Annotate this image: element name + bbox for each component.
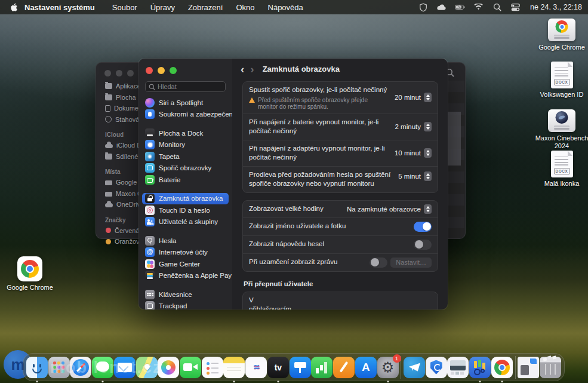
sidebar-item-trackpad[interactable]: Trackpad xyxy=(142,301,229,310)
launchpad-icon[interactable] xyxy=(48,357,70,378)
password-hints-toggle[interactable] xyxy=(414,240,432,250)
system-settings-icon[interactable]: 1 xyxy=(377,357,399,378)
finder-window-controls[interactable] xyxy=(104,70,134,76)
safari-icon[interactable] xyxy=(70,357,91,378)
app-store-icon[interactable] xyxy=(355,357,377,378)
photo-viewer-icon[interactable] xyxy=(447,357,469,378)
finder-item-maxon-disk[interactable]: Maxon Cine xyxy=(96,188,141,200)
menu-help[interactable]: Nápověda xyxy=(268,3,303,12)
forward-icon[interactable]: › xyxy=(250,63,254,75)
finder-close-button[interactable] xyxy=(104,70,111,76)
window-controls[interactable] xyxy=(138,65,232,74)
menubar-clock[interactable]: ne 24. 3., 22:18 xyxy=(530,3,582,11)
numbers-icon[interactable] xyxy=(311,357,333,378)
finder-item-icloud-drive[interactable]: iCloud Drive xyxy=(96,140,141,151)
sidebar-item-passwords[interactable]: Hesla xyxy=(142,235,229,247)
finder-list-selection xyxy=(447,112,461,166)
desktop-icon-google-chrome-app[interactable]: Google Chrome xyxy=(2,256,57,292)
lock-message-toggle[interactable] xyxy=(370,258,387,268)
zoom-button[interactable] xyxy=(170,67,177,74)
sidebar-item-wallpaper[interactable]: Tapeta xyxy=(142,151,229,163)
mail-icon[interactable] xyxy=(114,357,136,378)
back-icon[interactable]: ‹ xyxy=(241,63,244,75)
desktop-icon-mala-ikonka[interactable]: DOCX Malá ikonka xyxy=(534,151,588,188)
finder-item-downloads[interactable]: Stahování xyxy=(96,114,141,125)
finder-item-applications[interactable]: Aplikace xyxy=(96,81,141,92)
shield-app-icon[interactable] xyxy=(426,357,447,378)
finder-item-onedrive[interactable]: OneDrive xyxy=(96,199,141,210)
notes-icon[interactable] xyxy=(223,357,245,378)
settings-sidebar-list: Siri a Spotlight Soukromí a zabezpečení … xyxy=(138,97,232,310)
trash-icon[interactable] xyxy=(540,357,561,378)
finder-minimize-button[interactable] xyxy=(116,70,122,76)
finder-tag-red[interactable]: Červená xyxy=(96,225,141,237)
reminders-icon[interactable] xyxy=(202,357,223,378)
geekbench-icon[interactable] xyxy=(469,357,491,378)
sidebar-item-privacy-security[interactable]: Soukromí a zabezpečení xyxy=(142,109,229,121)
finder-item-shared[interactable]: Sdílené xyxy=(96,151,141,163)
spotlight-icon[interactable] xyxy=(492,2,502,13)
sidebar-item-desktop-dock[interactable]: Plocha a Dock xyxy=(142,127,229,139)
finder-icon[interactable] xyxy=(26,357,48,378)
sidebar-item-internet-accounts[interactable]: @Internetové účty xyxy=(142,247,229,259)
pages-icon[interactable] xyxy=(333,357,355,378)
menu-file[interactable]: Soubor xyxy=(112,3,137,12)
keyboard-icon xyxy=(145,290,155,299)
privacy-hand-icon xyxy=(145,109,155,119)
sidebar-item-siri-spotlight[interactable]: Siri a Spotlight xyxy=(142,97,229,109)
close-button[interactable] xyxy=(146,67,153,74)
sidebar-item-battery[interactable]: Baterie xyxy=(142,174,229,186)
finder-sidebar: Aplikace Plocha Dokumenty Stahování iClo… xyxy=(96,81,141,247)
sidebar-item-wallet[interactable]: Peněženka a Apple Pay xyxy=(142,270,229,282)
sidebar-item-game-center[interactable]: Game Center xyxy=(142,258,229,270)
wifi-icon[interactable] xyxy=(473,2,484,13)
sidebar-item-lock-screen[interactable]: Zamknutá obrazovka xyxy=(142,193,229,205)
finder-item-google-chrome-disk[interactable]: Google Chr xyxy=(96,177,141,188)
show-user-photo-toggle[interactable] xyxy=(414,222,432,232)
freeform-icon[interactable] xyxy=(245,357,267,378)
set-message-button[interactable]: Nastavit… xyxy=(390,258,432,268)
folder-icon xyxy=(105,83,112,89)
keynote-icon[interactable] xyxy=(290,357,311,378)
finder-section-places: Místa xyxy=(96,167,141,177)
menubar-app-name[interactable]: Nastavení systému xyxy=(24,3,95,12)
settings-search-field[interactable]: Hledat xyxy=(145,81,226,92)
messages-icon[interactable] xyxy=(92,357,113,378)
sidebar-item-displays[interactable]: Monitory xyxy=(142,139,229,151)
maps-icon[interactable] xyxy=(136,357,158,378)
telegram-icon[interactable] xyxy=(404,357,425,378)
popup-control[interactable] xyxy=(424,204,432,214)
sidebar-item-users-groups[interactable]: Uživatelé a skupiny xyxy=(142,216,229,228)
desktop-icon-google-chrome-dmg[interactable]: Google Chrome xyxy=(534,19,588,51)
disk-image-icon xyxy=(548,109,575,132)
menu-edit[interactable]: Úpravy xyxy=(150,3,175,12)
minimize-button[interactable] xyxy=(158,67,165,74)
desktop-icon-maxon-cinebench[interactable]: Maxon Cinebench 2024 xyxy=(534,109,588,150)
shield-icon[interactable] xyxy=(418,2,428,13)
menu-view[interactable]: Zobrazení xyxy=(188,3,223,12)
facetime-icon[interactable] xyxy=(180,357,201,378)
battery-charging-icon[interactable] xyxy=(455,2,465,13)
finder-item-documents[interactable]: Dokumenty xyxy=(96,103,141,114)
photos-icon[interactable] xyxy=(158,357,179,378)
download-icon xyxy=(105,116,112,122)
sidebar-item-screensaver[interactable]: Spořič obrazovky xyxy=(142,163,229,174)
sidebar-item-keyboard[interactable]: Klávesnice xyxy=(142,289,229,301)
menu-window[interactable]: Okno xyxy=(236,3,254,12)
chrome-icon[interactable] xyxy=(491,357,513,378)
sidebar-item-touch-id[interactable]: Touch ID a heslo xyxy=(142,204,229,216)
stepper-control[interactable] xyxy=(424,122,432,131)
document-file-icon[interactable] xyxy=(518,357,539,378)
control-center-icon[interactable] xyxy=(510,2,521,13)
row-start-screensaver: Spustit spořič obrazovky, je-li počítač … xyxy=(243,82,438,114)
stepper-control[interactable] xyxy=(424,171,432,181)
cloud-icon[interactable] xyxy=(436,2,447,13)
stepper-control[interactable] xyxy=(424,93,432,102)
finder-item-desktop[interactable]: Plocha xyxy=(96,92,141,103)
stepper-control[interactable] xyxy=(424,148,432,158)
finder-tag-orange[interactable]: Oranžová xyxy=(96,236,141,247)
desktop-icon-volkswagen-id[interactable]: DOCX Volkswagen ID xyxy=(534,62,588,99)
apple-menu-icon[interactable] xyxy=(11,3,19,12)
apple-tv-icon[interactable] xyxy=(267,357,289,378)
finder-zoom-button[interactable] xyxy=(127,70,134,76)
